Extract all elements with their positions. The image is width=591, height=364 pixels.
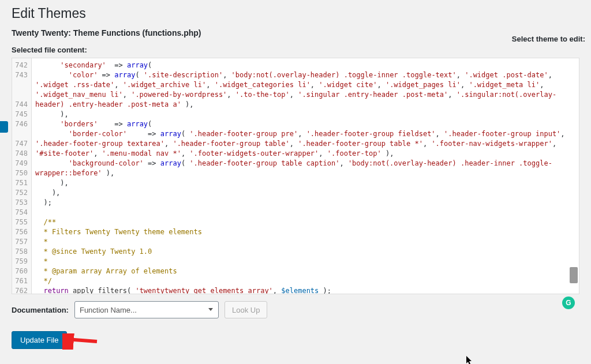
line-number: 743 (12, 70, 31, 100)
documentation-row: Documentation: Function Name... Look Up (12, 301, 579, 318)
code-line[interactable]: ), (35, 178, 575, 188)
code-line[interactable]: * (35, 237, 575, 247)
code-line[interactable] (35, 208, 575, 217)
line-number: 753 (12, 198, 31, 208)
code-content[interactable]: 'secondary' => array( 'color' => array( … (32, 58, 579, 294)
theme-file-subtitle: Twenty Twenty: Theme Functions (function… (12, 28, 579, 37)
line-number: 748 (12, 149, 31, 159)
line-number: 756 (12, 227, 31, 237)
line-number-gutter: 7427437447457467477487497507517527537547… (12, 58, 32, 294)
page-title: Edit Themes (12, 6, 579, 21)
code-line[interactable]: ); (35, 198, 575, 208)
code-line[interactable]: /** (35, 217, 575, 227)
line-number: 754 (12, 208, 31, 217)
line-number: 751 (12, 178, 31, 188)
line-number: 744 (12, 100, 31, 110)
line-number: 750 (12, 168, 31, 178)
code-line[interactable]: 'borders' => array( (35, 119, 575, 129)
code-line[interactable]: return apply_filters( 'twentytwenty_get_… (35, 286, 575, 294)
code-line[interactable]: * (35, 257, 575, 267)
line-number: 757 (12, 237, 31, 247)
code-line[interactable]: 'border-color' => array( '.header-footer… (35, 129, 575, 159)
code-line[interactable]: * @since Twenty Twenty 1.0 (35, 247, 575, 257)
line-number: 758 (12, 247, 31, 257)
line-number: 746 (12, 119, 31, 139)
line-number: 759 (12, 257, 31, 267)
line-number: 752 (12, 188, 31, 198)
line-number: 742 (12, 61, 31, 70)
code-line[interactable]: ), (35, 188, 575, 198)
line-number: 749 (12, 159, 31, 168)
code-editor[interactable]: 7427437447457467477487497507517527537547… (12, 58, 579, 294)
line-number: 745 (12, 110, 31, 119)
line-number: 755 (12, 217, 31, 227)
mouse-cursor-icon (466, 356, 473, 364)
lookup-button[interactable]: Look Up (225, 301, 267, 318)
collapse-sidebar-nub[interactable] (0, 121, 8, 133)
select-theme-label: Select theme to edit: (512, 35, 585, 43)
line-number: 747 (12, 139, 31, 149)
code-line[interactable]: * @param array Array of elements (35, 267, 575, 276)
admin-sidebar-edge (0, 0, 8, 364)
line-number: 761 (12, 276, 31, 286)
line-number: 760 (12, 267, 31, 276)
scrollbar-thumb[interactable] (570, 267, 578, 283)
code-line[interactable]: 'color' => array( '.site-description', '… (35, 70, 575, 110)
code-line[interactable]: * Filters Twenty Twenty theme elements (35, 227, 575, 237)
code-line[interactable]: 'background-color' => array( '.header-fo… (35, 159, 575, 178)
code-line[interactable]: */ (35, 276, 575, 286)
selected-file-label: Selected file content: (12, 46, 579, 54)
code-line[interactable]: 'secondary' => array( (35, 61, 575, 70)
line-number: 762 (12, 286, 31, 294)
grammarly-badge[interactable]: G (562, 297, 575, 309)
editor-scrollbar[interactable] (570, 59, 578, 292)
code-line[interactable]: ), (35, 110, 575, 119)
update-file-button[interactable]: Update File (12, 331, 67, 349)
documentation-select[interactable]: Function Name... (74, 301, 219, 318)
theme-editor-wrap: Edit Themes Twenty Twenty: Theme Functio… (0, 0, 591, 349)
documentation-label: Documentation: (12, 306, 69, 314)
